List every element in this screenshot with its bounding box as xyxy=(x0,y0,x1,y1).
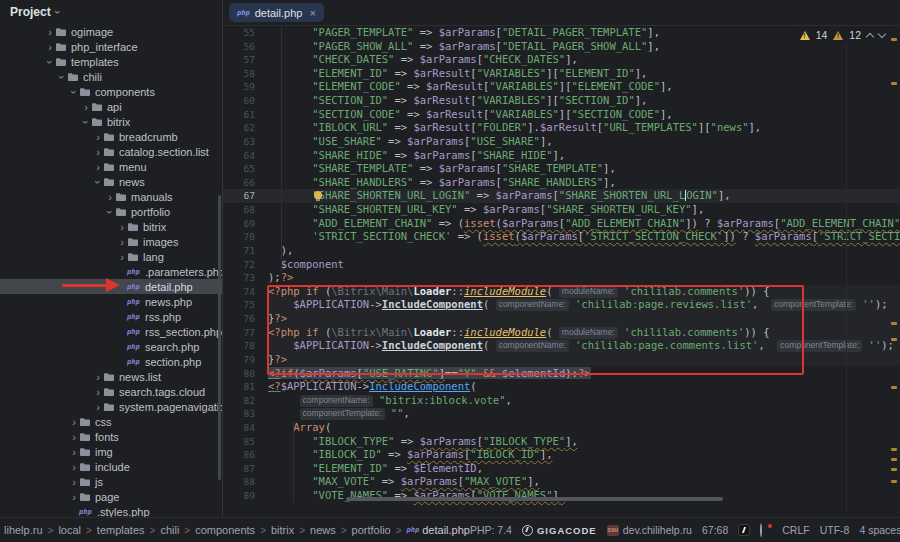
line-number[interactable]: 61 xyxy=(223,108,268,122)
tree-item-css[interactable]: ›css xyxy=(0,414,222,429)
chevron-expanded-icon[interactable]: › xyxy=(69,87,79,97)
line-number[interactable]: 67 xyxy=(223,189,268,203)
chevron-collapsed-icon[interactable]: › xyxy=(69,492,79,502)
code-line-76[interactable]: 76}?> xyxy=(223,312,900,326)
code-line-59[interactable]: 59 "ELEMENT_CODE" => $arResult["VARIABLE… xyxy=(223,80,900,94)
chevron-collapsed-icon[interactable]: › xyxy=(69,477,79,487)
line-number[interactable]: 74 xyxy=(223,285,268,299)
line-number[interactable]: 70 xyxy=(223,230,268,244)
chevron-collapsed-icon[interactable]: › xyxy=(93,162,103,172)
tree-item-lang[interactable]: ›lang xyxy=(0,249,222,264)
line-number[interactable]: 60 xyxy=(223,94,268,108)
chevron-collapsed-icon[interactable]: › xyxy=(81,102,91,112)
line-number[interactable]: 59 xyxy=(223,80,268,94)
breadcrumb-item-bitrix[interactable]: bitrix xyxy=(271,524,294,536)
line-number[interactable]: 79 xyxy=(223,353,268,367)
chevron-collapsed-icon[interactable]: › xyxy=(93,372,103,382)
line-number[interactable]: 57 xyxy=(223,53,268,67)
code-line-83[interactable]: 83 componentTemplate: "", xyxy=(223,407,900,421)
code-line-65[interactable]: 65 "SHARE_TEMPLATE" => $arParams["SHARE_… xyxy=(223,162,900,176)
code-line-67[interactable]: 67 "SHARE_SHORTEN_URL_LOGIN" => $arParam… xyxy=(223,189,900,203)
code-line-68[interactable]: 68 "SHARE_SHORTEN_URL_KEY" => $arParams[… xyxy=(223,203,900,217)
chevron-collapsed-icon[interactable]: › xyxy=(105,192,115,202)
line-number[interactable]: 71 xyxy=(223,244,268,258)
tree-item-catalog-section-list[interactable]: ›catalog.section.list xyxy=(0,144,222,159)
tree-item-bitrix[interactable]: ›bitrix xyxy=(0,219,222,234)
stripe-warning-mark[interactable] xyxy=(891,386,897,389)
tree-item-img[interactable]: ›img xyxy=(0,444,222,459)
breadcrumb-item-detail-php[interactable]: phpdetail.php xyxy=(407,524,470,536)
line-number[interactable]: 73 xyxy=(223,271,268,285)
tree-item-bitrix[interactable]: ›bitrix xyxy=(0,114,222,129)
tab-detail-php[interactable]: php detail.php × xyxy=(229,3,324,22)
code-line-80[interactable]: 80<?if($arParams["USE_RATING"]=="Y" && $… xyxy=(223,367,900,381)
line-number[interactable]: 85 xyxy=(223,435,268,449)
code-line-57[interactable]: 57 "CHECK_DATES" => $arParams["CHECK_DAT… xyxy=(223,53,900,67)
code-line-70[interactable]: 70 'STRICT_SECTION_CHECK' => (isset($arP… xyxy=(223,230,900,244)
line-number[interactable]: 66 xyxy=(223,176,268,190)
chevron-collapsed-icon[interactable]: › xyxy=(93,402,103,412)
tree-item-rss-php[interactable]: phprss.php xyxy=(0,309,222,324)
tree-item-news-php[interactable]: phpnews.php xyxy=(0,294,222,309)
tree-item-styles-php[interactable]: php.styles.php xyxy=(0,504,222,518)
tree-item-parameters-php[interactable]: php.parameters.php xyxy=(0,264,222,279)
line-number[interactable]: 88 xyxy=(223,475,268,489)
chevron-collapsed-icon[interactable]: › xyxy=(93,147,103,157)
stripe-warning-mark[interactable] xyxy=(891,338,897,341)
tree-item-rss-section-php[interactable]: phprss_section.php xyxy=(0,324,222,339)
chevron-collapsed-icon[interactable]: › xyxy=(117,252,127,262)
line-number[interactable]: 72 xyxy=(223,258,268,272)
chevron-collapsed-icon[interactable]: › xyxy=(45,27,55,37)
code-line-85[interactable]: 85 "IBLOCK_TYPE" => $arParams["IBLOCK_TY… xyxy=(223,435,900,449)
chevron-expanded-icon[interactable]: › xyxy=(93,177,103,187)
chevron-collapsed-icon[interactable]: › xyxy=(93,132,103,142)
code-line-81[interactable]: 81<?$APPLICATION->IncludeComponent( xyxy=(223,380,900,394)
code-editor[interactable]: 55 "PAGER_TEMPLATE" => $arParams["DETAIL… xyxy=(223,25,900,518)
breadcrumb-item-news[interactable]: news xyxy=(310,524,336,536)
line-number[interactable]: 77 xyxy=(223,326,268,340)
chevron-collapsed-icon[interactable]: › xyxy=(69,432,79,442)
code-line-60[interactable]: 60 "SECTION_ID" => $arResult["VARIABLES"… xyxy=(223,94,900,108)
chevron-collapsed-icon[interactable]: › xyxy=(93,387,103,397)
line-ending-widget[interactable]: CRLF xyxy=(782,524,809,536)
line-number[interactable]: 55 xyxy=(223,26,268,40)
line-number[interactable]: 84 xyxy=(223,421,268,435)
code-line-66[interactable]: 66 "SHARE_HANDLERS" => $arParams["SHARE_… xyxy=(223,176,900,190)
tree-item-search-tags-cloud[interactable]: ›search.tags.cloud xyxy=(0,384,222,399)
line-number[interactable]: 76 xyxy=(223,312,268,326)
tree-item-portfolio[interactable]: ›portfolio xyxy=(0,204,222,219)
project-panel-header[interactable]: Project › xyxy=(0,0,222,24)
tree-item-section-php[interactable]: phpsection.php xyxy=(0,354,222,369)
line-number[interactable]: 62 xyxy=(223,121,268,135)
sync-icon[interactable] xyxy=(760,524,772,536)
tree-item-js[interactable]: ›js xyxy=(0,474,222,489)
breadcrumb-item-local[interactable]: local xyxy=(58,524,81,536)
tree-item-ogimage[interactable]: ›ogimage xyxy=(0,24,222,39)
chevron-expanded-icon[interactable]: › xyxy=(45,57,55,67)
line-number[interactable]: 89 xyxy=(223,489,268,503)
next-problem-icon[interactable] xyxy=(878,30,886,38)
code-line-77[interactable]: 77<?php if (\Bitrix\Main\Loader::include… xyxy=(223,326,900,340)
tree-item-news-list[interactable]: ›news.list xyxy=(0,369,222,384)
line-number[interactable]: 75 xyxy=(223,298,268,312)
encoding-widget[interactable]: UTF-8 xyxy=(820,524,850,536)
line-number[interactable]: 83 xyxy=(223,407,268,421)
breadcrumb-item-components[interactable]: components xyxy=(195,524,255,536)
code-line-69[interactable]: 69 "ADD_ELEMENT_CHAIN" => (isset($arPara… xyxy=(223,217,900,231)
line-number[interactable]: 81 xyxy=(223,380,268,394)
stripe-warning-mark[interactable] xyxy=(891,82,897,85)
inspections-widget[interactable]: 14 12 xyxy=(795,27,890,43)
chevron-collapsed-icon[interactable]: › xyxy=(69,417,79,427)
code-line-78[interactable]: 78 $APPLICATION->IncludeComponent( compo… xyxy=(223,339,900,353)
tree-item-components[interactable]: ›components xyxy=(0,84,222,99)
line-number[interactable]: 63 xyxy=(223,135,268,149)
power-save-icon[interactable] xyxy=(738,524,750,536)
stripe-warning-mark[interactable] xyxy=(891,458,897,461)
stripe-warning-mark[interactable] xyxy=(891,468,897,471)
code-line-64[interactable]: 64 "SHARE_HIDE" => $arParams["SHARE_HIDE… xyxy=(223,149,900,163)
code-line-84[interactable]: 84 Array( xyxy=(223,421,900,435)
code-line-86[interactable]: 86 "IBLOCK_ID" => $arParams["IBLOCK_ID"]… xyxy=(223,448,900,462)
line-number[interactable]: 65 xyxy=(223,162,268,176)
code-line-61[interactable]: 61 "SECTION_CODE" => $arResult["VARIABLE… xyxy=(223,108,900,122)
breadcrumb-item-chili[interactable]: chili xyxy=(160,524,179,536)
